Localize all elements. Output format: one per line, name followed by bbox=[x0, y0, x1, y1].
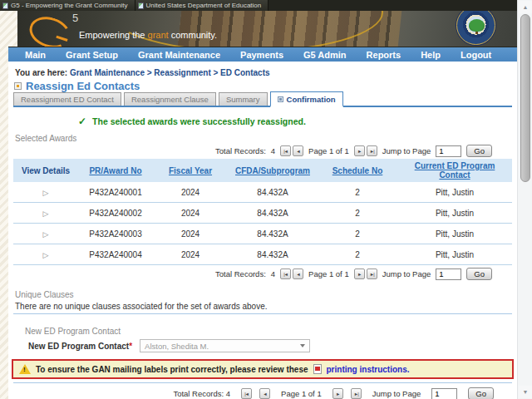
expand-row-icon[interactable]: ▷ bbox=[43, 251, 49, 259]
unique-clauses-text: There are no unique clauses associated f… bbox=[15, 302, 517, 311]
jump-to-page-input[interactable] bbox=[436, 145, 461, 157]
tagline: Empowering the grant community. bbox=[79, 30, 217, 40]
jump-to-page-input[interactable] bbox=[431, 388, 457, 399]
new-ed-program-contact-select[interactable]: Alston, Shedita M. bbox=[140, 339, 310, 352]
g5-logo-number: 5 bbox=[72, 12, 78, 24]
gan-warning-banner: To ensure the GAN mailing labels print c… bbox=[12, 359, 514, 379]
tab-confirmation[interactable]: Confirmation bbox=[270, 91, 343, 107]
success-message: ✓ The selected awards were successfully … bbox=[78, 116, 517, 127]
page-info: Page 1 of 1 bbox=[308, 146, 349, 155]
previous-page-button[interactable]: ◄ bbox=[293, 145, 303, 156]
nav-item-grant-maintenance[interactable]: Grant Maintenance bbox=[138, 50, 220, 60]
go-button[interactable]: Go bbox=[466, 145, 492, 157]
total-records-label: Total Records: bbox=[215, 146, 266, 155]
cfda-cell: 84.432A bbox=[228, 203, 318, 224]
award-number-cell: P432A240003 bbox=[78, 224, 153, 244]
nav-item-payments[interactable]: Payments bbox=[240, 50, 283, 60]
chevron-down-icon bbox=[300, 344, 305, 347]
total-records-value: 4 bbox=[271, 269, 275, 278]
breadcrumb: You are here: Grant Maintenance > Reassi… bbox=[15, 68, 517, 77]
col-cfda-subprogram[interactable]: CFDA/Subprogram bbox=[235, 166, 310, 175]
new-ed-program-contact-label: New ED Program Contact bbox=[25, 327, 517, 336]
scrollbar-thumb[interactable] bbox=[520, 14, 530, 182]
browser-tab-title: G5 - Empowering the Grant Community bbox=[11, 2, 128, 9]
pagination-middle: Total Records: 4 |◄ ◄ Page 1 of 1 ► ►| J… bbox=[8, 268, 492, 280]
award-number-cell: P432A240004 bbox=[78, 244, 153, 265]
scroll-up-button[interactable]: ▲ bbox=[519, 1, 532, 13]
col-fiscal-year[interactable]: Fiscal Year bbox=[169, 166, 212, 175]
previous-page-button[interactable]: ◄ bbox=[293, 268, 303, 279]
go-button[interactable]: Go bbox=[466, 268, 492, 280]
col-current-ed-program-contact[interactable]: Current ED Program Contact bbox=[415, 161, 495, 180]
page-title: Reassign Ed Contacts bbox=[14, 80, 517, 92]
cfda-cell: 84.432A bbox=[228, 182, 318, 203]
nav-item-main[interactable]: Main bbox=[25, 50, 46, 60]
browser-tab-title: United States Department of Education bbox=[146, 2, 262, 9]
expand-row-icon[interactable]: ▷ bbox=[43, 230, 49, 239]
active-tab-icon bbox=[278, 96, 283, 102]
go-button[interactable]: Go bbox=[468, 387, 494, 399]
content-area: You are here: Grant Maintenance > Reassi… bbox=[8, 62, 517, 399]
expand-row-icon[interactable]: ▷ bbox=[43, 189, 49, 197]
g5-logo bbox=[26, 12, 75, 47]
required-asterisk: * bbox=[129, 342, 132, 351]
fiscal-year-cell: 2024 bbox=[153, 203, 228, 224]
next-page-button[interactable]: ► bbox=[354, 268, 365, 279]
page-info: Page 1 of 1 bbox=[308, 269, 349, 278]
table-row: ▷ P432A240003 2024 84.432A 2 Pitt, Justi… bbox=[13, 224, 512, 244]
fiscal-year-cell: 2024 bbox=[153, 244, 228, 265]
printing-instructions-link[interactable]: printing instructions. bbox=[327, 365, 410, 374]
nav-item-grant-setup[interactable]: Grant Setup bbox=[66, 50, 118, 60]
fiscal-year-cell: 2024 bbox=[153, 182, 228, 203]
page-icon bbox=[2, 2, 8, 9]
browser-tab-ed[interactable]: United States Department of Education bbox=[135, 0, 269, 11]
col-pr-award-no[interactable]: PR/Award No bbox=[89, 166, 141, 175]
col-schedule-no[interactable]: Schedule No bbox=[332, 166, 383, 175]
browser-tab-strip: G5 - Empowering the Grant Community Unit… bbox=[0, 0, 517, 11]
vertical-scrollbar[interactable]: ▲ ▼ bbox=[517, 0, 532, 399]
first-page-button[interactable]: |◄ bbox=[241, 388, 252, 399]
page-title-icon bbox=[14, 82, 22, 90]
total-records-value: 4 bbox=[271, 146, 275, 155]
breadcrumb-path[interactable]: Grant Maintenance > Reassignment > ED Co… bbox=[70, 68, 270, 77]
selected-awards-table: View Details PR/Award No Fiscal Year CFD… bbox=[13, 159, 512, 265]
nav-item-g5-admin[interactable]: G5 Admin bbox=[303, 50, 347, 60]
scroll-down-button[interactable]: ▼ bbox=[519, 386, 532, 398]
g5-application-window: G5 - Empowering the Grant Community Unit… bbox=[0, 0, 532, 399]
award-number-cell: P432A240002 bbox=[78, 203, 153, 224]
unique-clauses-label: Unique Clauses bbox=[15, 290, 517, 299]
table-header-row: View Details PR/Award No Fiscal Year CFD… bbox=[13, 159, 512, 182]
warning-icon bbox=[19, 364, 31, 374]
last-page-button[interactable]: ►| bbox=[351, 388, 362, 399]
next-page-button[interactable]: ► bbox=[332, 388, 343, 399]
col-view-details: View Details bbox=[13, 159, 78, 182]
last-page-button[interactable]: ►| bbox=[367, 268, 377, 279]
cfda-cell: 84.432A bbox=[228, 244, 318, 265]
main-navigation: Main Grant Setup Grant Maintenance Payme… bbox=[8, 47, 517, 62]
nav-item-logout[interactable]: Logout bbox=[461, 50, 491, 60]
previous-page-button[interactable]: ◄ bbox=[259, 388, 270, 399]
expand-row-icon[interactable]: ▷ bbox=[43, 209, 49, 218]
new-ed-program-contact-row: New ED Program Contact* Alston, Shedita … bbox=[28, 339, 517, 352]
first-page-button[interactable]: |◄ bbox=[280, 268, 291, 279]
fiscal-year-cell: 2024 bbox=[153, 224, 228, 244]
schedule-cell: 2 bbox=[318, 203, 397, 224]
tab-reassignment-ed-contact[interactable]: Reassignment ED Contact bbox=[13, 92, 121, 106]
pdf-icon bbox=[313, 364, 322, 374]
contact-cell: Pitt, Justin bbox=[397, 244, 512, 265]
tab-summary[interactable]: Summary bbox=[219, 92, 268, 106]
nav-item-help[interactable]: Help bbox=[421, 50, 441, 60]
next-page-button[interactable]: ► bbox=[354, 145, 365, 156]
first-page-button[interactable]: |◄ bbox=[280, 145, 291, 156]
browser-tab-g5[interactable]: G5 - Empowering the Grant Community bbox=[0, 0, 135, 11]
table-row: ▷ P432A240002 2024 84.432A 2 Pitt, Justi… bbox=[13, 203, 512, 224]
nav-item-reports[interactable]: Reports bbox=[367, 50, 401, 60]
field-label: New ED Program Contact* bbox=[28, 342, 132, 351]
last-page-button[interactable]: ►| bbox=[367, 145, 377, 156]
award-number-cell: P432A240001 bbox=[78, 182, 153, 203]
tab-reassignment-clause[interactable]: Reassignment Clause bbox=[124, 92, 216, 106]
header-banner: 5 Empowering the grant community. bbox=[17, 11, 517, 47]
jump-to-page-input[interactable] bbox=[436, 268, 461, 280]
selected-option: Alston, Shedita M. bbox=[145, 342, 209, 351]
jump-to-page-label: Jump to Page bbox=[382, 269, 431, 278]
